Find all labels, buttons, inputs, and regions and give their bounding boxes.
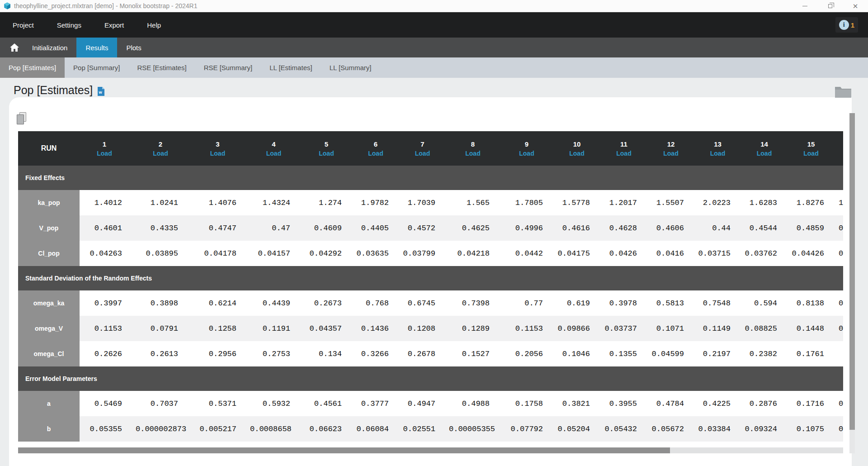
menu-export[interactable]: Export [104, 21, 124, 29]
section-title: Fixed Effects [18, 166, 843, 190]
run-header-cell: 14Load [744, 131, 791, 166]
value-cell: 0.1075 [791, 416, 838, 442]
menu-settings[interactable]: Settings [57, 21, 81, 29]
run-number: 11 [604, 140, 651, 148]
subtab-pop-estimates[interactable]: Pop [Estimates] [0, 57, 65, 78]
load-link[interactable]: Load [791, 150, 838, 157]
vertical-scrollbar-thumb[interactable] [849, 113, 855, 430]
subtab-pop-summary[interactable]: Pop [Summary] [65, 57, 128, 78]
load-link[interactable]: Load [355, 150, 402, 157]
run-header-cell: 3Load [192, 131, 250, 166]
value-cell: 0.2673 [304, 290, 355, 316]
menu-help[interactable]: Help [147, 21, 161, 29]
load-link[interactable]: Load [136, 150, 192, 157]
table-row: V_pop0.46010.43350.47470.470.46090.44050… [18, 215, 843, 241]
tab-results[interactable]: Results [76, 38, 117, 57]
subtab-rse-summary[interactable]: RSE [Summary] [195, 57, 261, 78]
value-cell: 0.4625 [449, 215, 503, 241]
value-cell: 0.6745 [402, 290, 449, 316]
row-label: omega_Cl [18, 341, 80, 366]
run-number: 12 [651, 140, 698, 148]
clipped-value-cell: 0 [838, 391, 843, 416]
value-cell: 0.3978 [604, 290, 651, 316]
load-link[interactable]: Load [744, 150, 791, 157]
value-cell: 0.77 [503, 290, 557, 316]
load-link[interactable]: Load [402, 150, 449, 157]
load-link[interactable]: Load [503, 150, 557, 157]
run-header-cell: 15Load [791, 131, 838, 166]
subtab-ll-estimates[interactable]: LL [Estimates] [261, 57, 321, 78]
notifications-button[interactable]: i 1 [835, 17, 858, 33]
notification-count: 1 [851, 21, 854, 29]
load-link[interactable]: Load [304, 150, 355, 157]
value-cell: 0.4405 [355, 215, 402, 241]
run-number: 1 [80, 140, 136, 148]
maximize-button[interactable] [817, 0, 843, 12]
value-cell: 0.04292 [304, 241, 355, 266]
value-cell: 0.4439 [250, 290, 304, 316]
results-sub-tabs: Pop [Estimates] Pop [Summary] RSE [Estim… [0, 57, 868, 78]
info-icon: i [839, 20, 849, 30]
run-header-cell: 8Load [449, 131, 503, 166]
value-cell: 0.4335 [136, 215, 192, 241]
load-link[interactable]: Load [698, 150, 744, 157]
value-cell: 0.1716 [791, 391, 838, 416]
value-cell: 0.04157 [250, 241, 304, 266]
clipped-value-cell [838, 341, 843, 366]
run-header-cell: 5Load [304, 131, 355, 166]
horizontal-scrollbar[interactable] [18, 447, 843, 453]
subtab-ll-summary[interactable]: LL [Summary] [321, 57, 380, 78]
clipped-value-cell: 0 [838, 215, 843, 241]
value-cell: 0.09866 [557, 316, 604, 341]
load-link[interactable]: Load [250, 150, 304, 157]
horizontal-scrollbar-thumb[interactable] [18, 447, 670, 453]
row-label: a [18, 391, 80, 416]
load-link[interactable]: Load [557, 150, 604, 157]
load-link[interactable]: Load [604, 150, 651, 157]
value-cell: 0.000002873 [136, 416, 192, 442]
table-row: omega_Cl0.26260.26130.29560.27530.1340.3… [18, 341, 843, 366]
vertical-scrollbar[interactable] [849, 113, 855, 453]
export-word-icon[interactable]: w [97, 87, 104, 96]
value-cell: 0.6214 [192, 290, 250, 316]
load-link[interactable]: Load [192, 150, 250, 157]
value-cell: 2.0223 [698, 190, 744, 215]
value-cell: 1.8276 [791, 190, 838, 215]
run-header-cell: 9Load [503, 131, 557, 166]
row-label: ka_pop [18, 190, 80, 215]
content-area: Pop [Estimates] w RUN1Load2Load3Load4Loa… [0, 78, 868, 466]
value-cell: 0.2753 [250, 341, 304, 366]
value-cell: 1.7039 [402, 190, 449, 215]
subtab-rse-estimates[interactable]: RSE [Estimates] [128, 57, 195, 78]
load-link[interactable]: Load [449, 150, 503, 157]
run-header-cell: 13Load [698, 131, 744, 166]
open-folder-icon[interactable] [835, 85, 852, 99]
run-number: 4 [250, 140, 304, 148]
value-cell: 0.44 [698, 215, 744, 241]
row-label: omega_V [18, 316, 80, 341]
copy-table-icon[interactable] [17, 112, 28, 124]
value-cell: 0.1149 [698, 316, 744, 341]
value-cell: 0.06084 [355, 416, 402, 442]
table-row: b0.053550.0000028730.0052170.00086580.06… [18, 416, 843, 442]
monolix-app-icon [4, 2, 11, 10]
value-cell: 0.2956 [192, 341, 250, 366]
home-button[interactable] [0, 38, 23, 57]
estimates-table-wrap: RUN1Load2Load3Load4Load5Load6Load7Load8L… [18, 131, 843, 442]
tab-plots[interactable]: Plots [117, 38, 150, 57]
value-cell: 1.565 [449, 190, 503, 215]
minimize-button[interactable] [792, 0, 817, 12]
table-row: a0.54690.70370.53710.59320.45610.37770.4… [18, 391, 843, 416]
section-header-row: Error Model Parameters [18, 366, 843, 391]
load-link[interactable]: Load [651, 150, 698, 157]
load-link[interactable]: Load [80, 150, 136, 157]
run-header-cell: 2Load [136, 131, 192, 166]
close-button[interactable]: ✕ [843, 0, 868, 12]
page-title: Pop [Estimates] w [14, 84, 104, 97]
value-cell: 0.3821 [557, 391, 604, 416]
value-cell: 0.0416 [651, 241, 698, 266]
value-cell: 0.08825 [744, 316, 791, 341]
tab-initialization[interactable]: Initialization [23, 38, 76, 57]
value-cell: 0.03895 [136, 241, 192, 266]
menu-project[interactable]: Project [13, 21, 34, 29]
